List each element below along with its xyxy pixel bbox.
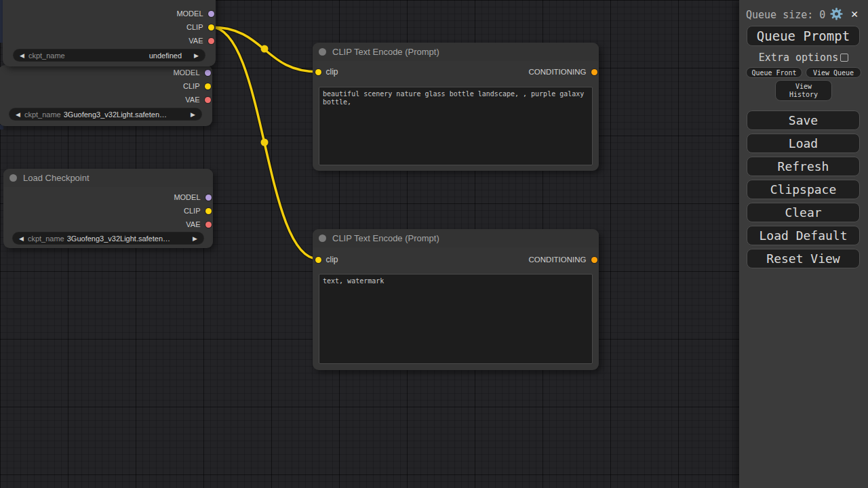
conditioning-output-label: CONDITIONING [529, 68, 587, 76]
model-output-port[interactable] [208, 11, 214, 17]
clip-text-encode-node-positive[interactable]: CLIP Text Encode (Prompt) clip CONDITION… [313, 43, 599, 171]
widget-value: 3Guofeng3_v32Light.safeten… [64, 110, 178, 119]
queue-size-label: Queue size: 0 [746, 9, 825, 21]
clear-button[interactable]: Clear [747, 203, 860, 222]
ckpt-name-widget[interactable]: ◀ ckpt_name undefined ▶ [14, 49, 205, 61]
checkpoint-node-middle[interactable]: MODEL CLIP VAE ◀ ckpt_name 3Guofeng3_v32… [0, 65, 212, 126]
widget-name: ckpt_name [28, 235, 64, 243]
widget-prev-icon[interactable]: ◀ [19, 235, 24, 242]
view-history-button[interactable]: View History [775, 80, 832, 101]
ckpt-name-widget[interactable]: ◀ ckpt_name 3Guofeng3_v32Light.safeten… … [13, 232, 203, 244]
widget-value: undefined [69, 52, 182, 60]
clip-input-port[interactable] [315, 257, 321, 263]
load-button[interactable]: Load [747, 134, 860, 153]
sidebar-button-stack: Save Load Refresh Clipspace Clear Load D… [747, 110, 860, 272]
model-output-port[interactable] [205, 195, 212, 201]
vae-output-label: VAE [185, 96, 199, 104]
widget-name: ckpt_name [28, 52, 65, 60]
model-output-label: MODEL [174, 193, 200, 201]
node-title: CLIP Text Encode (Prompt) [332, 47, 439, 57]
refresh-button[interactable]: Refresh [747, 157, 860, 176]
model-output-label: MODEL [176, 9, 203, 18]
view-queue-button[interactable]: View Queue [806, 67, 861, 78]
widget-name: ckpt_name [24, 110, 61, 119]
checkpoint-node-top[interactable]: MODEL CLIP VAE ◀ ckpt_name undefined ▶ [3, 0, 216, 66]
vae-output-port[interactable] [205, 97, 211, 103]
clip-output-label: CLIP [186, 23, 203, 31]
conditioning-output-label: CONDITIONING [529, 256, 587, 264]
collapse-dot-icon[interactable] [319, 48, 326, 56]
clip-output-label: CLIP [183, 82, 199, 90]
queue-front-button[interactable]: Queue Front [746, 67, 802, 78]
widget-value: 3Guofeng3_v32Light.safeten… [67, 235, 180, 243]
vae-output-port[interactable] [205, 222, 212, 228]
clip-output-port[interactable] [205, 83, 211, 89]
clip-input-label: clip [326, 255, 338, 264]
reset-view-button[interactable]: Reset View [747, 249, 860, 268]
wire-clip-to-negative [211, 27, 318, 259]
load-checkpoint-node[interactable]: Load Checkpoint MODEL CLIP VAE ◀ ckpt_na… [3, 169, 213, 248]
node-title-bar[interactable]: CLIP Text Encode (Prompt) [313, 229, 599, 247]
model-output-label: MODEL [173, 68, 199, 77]
collapse-dot-icon[interactable] [9, 174, 17, 182]
prompt-textarea[interactable]: beautiful scenery nature glass bottle la… [319, 87, 593, 165]
close-icon[interactable]: ✕ [851, 7, 858, 20]
node-title-bar[interactable]: CLIP Text Encode (Prompt) [313, 43, 599, 61]
comfy-menu-sidebar: Queue size: 0 ✕ Queue Prompt Extra optio… [739, 0, 868, 488]
model-output-port[interactable] [205, 70, 211, 76]
extra-options-label: Extra options [759, 52, 838, 64]
extra-options-checkbox[interactable] [840, 54, 848, 62]
save-button[interactable]: Save [747, 110, 860, 130]
view-history-line2: History [789, 91, 818, 99]
node-title-bar[interactable]: Load Checkpoint [3, 169, 213, 187]
clip-output-port[interactable] [208, 24, 214, 30]
widget-prev-icon[interactable]: ◀ [16, 111, 20, 118]
collapse-dot-icon[interactable] [319, 235, 326, 242]
clip-input-port[interactable] [315, 69, 321, 75]
widget-prev-icon[interactable]: ◀ [20, 52, 24, 59]
prompt-textarea[interactable]: text, watermark [319, 274, 593, 364]
conditioning-output-port[interactable] [591, 69, 597, 75]
node-title: CLIP Text Encode (Prompt) [332, 233, 439, 243]
clipspace-button[interactable]: Clipspace [747, 180, 860, 199]
wire-clip-to-positive [211, 27, 318, 72]
conditioning-output-port[interactable] [591, 257, 597, 263]
load-default-button[interactable]: Load Default [747, 226, 860, 245]
vae-output-label: VAE [186, 220, 200, 228]
widget-next-icon[interactable]: ▶ [194, 52, 199, 59]
settings-gear-icon[interactable] [830, 7, 843, 20]
queue-header: Queue size: 0 ✕ [746, 7, 863, 22]
extra-options-row: Extra options [739, 52, 868, 62]
node-graph-canvas[interactable]: MODEL CLIP VAE ◀ ckpt_name 3Guofeng3_v32… [0, 0, 739, 488]
clip-text-encode-node-negative[interactable]: CLIP Text Encode (Prompt) clip CONDITION… [313, 229, 599, 370]
vae-output-label: VAE [189, 37, 203, 45]
vae-output-port[interactable] [208, 38, 214, 44]
clip-output-port[interactable] [205, 208, 212, 214]
queue-prompt-button[interactable]: Queue Prompt [747, 26, 860, 46]
view-history-line1: View [795, 83, 812, 91]
clip-output-label: CLIP [184, 207, 200, 215]
ckpt-name-widget[interactable]: ◀ ckpt_name 3Guofeng3_v32Light.safeten… … [9, 108, 201, 120]
wire-midpoint-dot [261, 45, 269, 53]
node-title: Load Checkpoint [23, 173, 90, 183]
widget-next-icon[interactable]: ▶ [193, 235, 197, 242]
wire-midpoint-dot [261, 139, 269, 146]
widget-next-icon[interactable]: ▶ [191, 111, 195, 118]
clip-input-label: clip [326, 67, 338, 77]
